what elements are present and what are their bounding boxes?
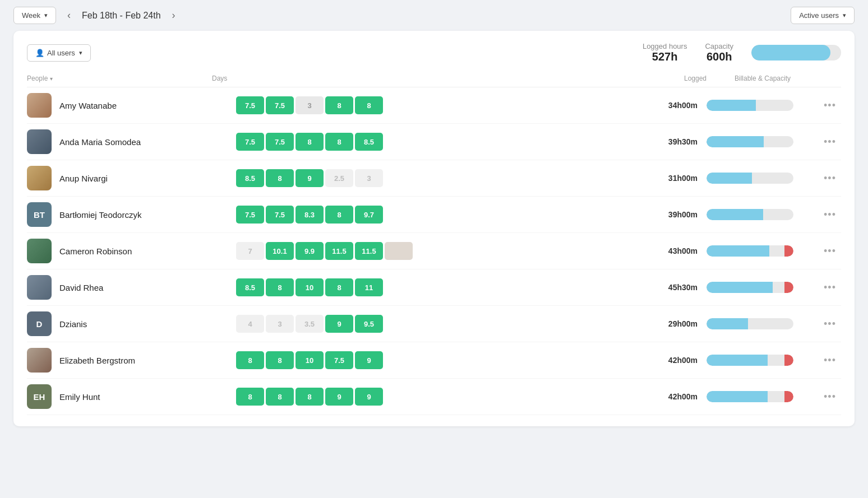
day-cell[interactable]: 7.5	[266, 206, 294, 224]
card-header: 👤 All users ▾ Logged hours 527h Capacity…	[27, 42, 841, 63]
day-cell[interactable]	[206, 351, 234, 369]
day-cell[interactable]: 9.5	[355, 315, 383, 333]
day-cell[interactable]: 8	[266, 169, 294, 187]
day-cell[interactable]	[206, 242, 234, 260]
day-cell[interactable]: 10	[296, 278, 324, 296]
day-cell[interactable]: 9	[296, 169, 324, 187]
day-cell[interactable]: 10.1	[266, 242, 294, 260]
capacity-bar-fill	[751, 45, 830, 60]
day-cell[interactable]: 8	[266, 351, 294, 369]
column-headers: People ▾ Days Logged Billable & Capacity	[27, 75, 841, 87]
day-cell[interactable]: 2.5	[325, 169, 353, 187]
day-cell[interactable]: 8	[266, 388, 294, 406]
day-cell[interactable]	[385, 169, 413, 187]
day-cell[interactable]: 7.5	[236, 133, 264, 151]
more-options-button[interactable]: •••	[819, 170, 841, 187]
more-options-button[interactable]: •••	[819, 280, 841, 296]
logged-hours: 39h30m	[639, 137, 707, 146]
day-cell[interactable]: 8	[266, 278, 294, 296]
more-options-button[interactable]: •••	[819, 352, 841, 369]
next-week-button[interactable]: ›	[168, 7, 180, 24]
day-cell[interactable]: 8.5	[236, 169, 264, 187]
logged-hours-stat: Logged hours 527h	[643, 42, 687, 63]
day-cell[interactable]: 4	[236, 315, 264, 333]
more-options-button[interactable]: •••	[819, 134, 841, 150]
day-cell[interactable]	[385, 315, 413, 333]
day-cell[interactable]: 8.5	[236, 278, 264, 296]
day-cell[interactable]: 8	[236, 388, 264, 406]
all-users-button[interactable]: 👤 All users ▾	[27, 44, 91, 62]
more-options-button[interactable]: •••	[819, 243, 841, 259]
day-cell[interactable]: 8.5	[355, 133, 383, 151]
user-name: Dzianis	[59, 319, 87, 329]
day-cell[interactable]: 8	[296, 133, 324, 151]
day-cell[interactable]: 8	[296, 388, 324, 406]
people-column-header[interactable]: People ▾	[27, 75, 206, 82]
day-cell[interactable]	[206, 206, 234, 224]
day-cell[interactable]	[385, 242, 413, 260]
day-cell[interactable]: 7.5	[266, 133, 294, 151]
day-cell[interactable]	[385, 206, 413, 224]
capacity-bar	[751, 45, 841, 60]
day-cell[interactable]	[385, 351, 413, 369]
more-options-button[interactable]: •••	[819, 389, 841, 405]
day-cell[interactable]: 8	[325, 206, 353, 224]
day-cell[interactable]: 3	[266, 315, 294, 333]
more-options-button[interactable]: •••	[819, 207, 841, 223]
day-cell[interactable]	[206, 169, 234, 187]
day-cell[interactable]: 9	[325, 315, 353, 333]
day-cell[interactable]	[385, 388, 413, 406]
day-cell[interactable]: 9	[325, 388, 353, 406]
day-cell[interactable]	[206, 133, 234, 151]
day-cell[interactable]: 11.5	[325, 242, 353, 260]
day-cell[interactable]: 7	[236, 242, 264, 260]
day-cell[interactable]	[206, 278, 234, 296]
user-info: Cameron Robinson	[27, 239, 206, 263]
user-info: BT Bartłomiej Teodorczyk	[27, 202, 206, 227]
day-cell[interactable]: 8	[325, 278, 353, 296]
days-cells: 8.5810811	[206, 278, 639, 296]
week-label: Week	[22, 11, 40, 20]
logged-column-header: Logged	[639, 75, 707, 82]
day-cell[interactable]: 9.7	[355, 206, 383, 224]
billable-bar-fill	[707, 391, 768, 402]
capacity-value: 600h	[707, 50, 732, 63]
overflow-indicator	[784, 391, 793, 402]
day-cell[interactable]	[385, 96, 413, 114]
day-cell[interactable]: 8	[236, 351, 264, 369]
day-cell[interactable]	[385, 133, 413, 151]
day-cell[interactable]: 9	[355, 388, 383, 406]
user-name: Cameron Robinson	[59, 246, 132, 256]
more-options-button[interactable]: •••	[819, 97, 841, 114]
day-cell[interactable]: 11.5	[355, 242, 383, 260]
prev-week-button[interactable]: ‹	[63, 7, 75, 24]
billable-bar-fill	[707, 318, 748, 329]
logged-hours-label: Logged hours	[643, 42, 687, 50]
day-cell[interactable]: 7.5	[236, 206, 264, 224]
day-cell[interactable]	[206, 388, 234, 406]
day-cell[interactable]	[385, 278, 413, 296]
more-options-button[interactable]: •••	[819, 316, 841, 332]
day-cell[interactable]	[206, 315, 234, 333]
day-cell[interactable]: 10	[296, 351, 324, 369]
day-cell[interactable]: 8.3	[296, 206, 324, 224]
day-cell[interactable]	[206, 96, 234, 114]
capacity-label: Capacity	[705, 42, 733, 50]
active-users-button[interactable]: Active users ▾	[791, 7, 855, 24]
table-row: D Dzianis 433.599.5 29h00m •••	[27, 306, 841, 342]
day-cell[interactable]: 8	[325, 133, 353, 151]
day-cell[interactable]: 3	[296, 96, 324, 114]
day-cell[interactable]: 3	[355, 169, 383, 187]
day-cell[interactable]: 3.5	[296, 315, 324, 333]
day-cell[interactable]: 7.5	[325, 351, 353, 369]
day-cell[interactable]: 11	[355, 278, 383, 296]
week-selector[interactable]: Week ▾	[13, 7, 56, 24]
day-cell[interactable]: 7.5	[266, 96, 294, 114]
day-cell[interactable]: 8	[325, 96, 353, 114]
day-cell[interactable]: 8	[355, 96, 383, 114]
day-cell[interactable]: 9.9	[296, 242, 324, 260]
day-cell[interactable]: 9	[355, 351, 383, 369]
day-cell[interactable]: 7.5	[236, 96, 264, 114]
top-bar: Week ▾ ‹ Feb 18th - Feb 24th › Active us…	[0, 0, 868, 31]
user-info: Elizabeth Bergstrom	[27, 348, 206, 373]
